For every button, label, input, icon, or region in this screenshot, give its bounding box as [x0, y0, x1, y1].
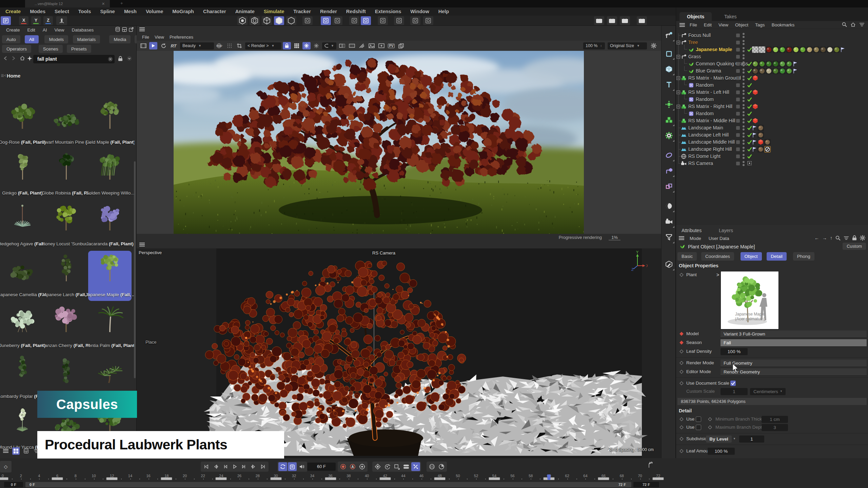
tab-close-icon[interactable]: ✕: [102, 0, 108, 7]
asset-item[interactable]: Hedgehog Agave (Fall...: [1, 200, 44, 250]
object-name[interactable]: Landscape Right Hill: [688, 146, 732, 152]
search-input[interactable]: fall plant: [33, 55, 115, 63]
object-name[interactable]: RS Matrix - Middle Hill: [688, 118, 735, 123]
material-swatch[interactable]: [779, 46, 786, 53]
material-swatch[interactable]: [752, 46, 758, 53]
next-key-button[interactable]: [249, 462, 258, 471]
asset-item[interactable]: Japanese Larch (Fall, Pl...: [44, 251, 88, 301]
visibility-dots[interactable]: [743, 40, 745, 46]
material-tag-icon[interactable]: [757, 132, 764, 138]
render-current-icon[interactable]: [607, 16, 617, 25]
rv-settings-gear-icon[interactable]: [650, 42, 658, 49]
motion-mode-button[interactable]: [428, 462, 436, 471]
deformer-icon[interactable]: [663, 148, 675, 162]
flag-tag-icon[interactable]: [793, 61, 798, 67]
rgb-dropdown[interactable]: RGB: [216, 42, 224, 49]
object-name[interactable]: Common Quaking Grass: [696, 61, 748, 66]
cappuccino-button[interactable]: [437, 462, 446, 471]
material-swatch[interactable]: [766, 61, 772, 67]
object-name[interactable]: Random: [696, 97, 714, 102]
expander-icon[interactable]: −: [676, 41, 680, 44]
visibility-dots[interactable]: [743, 118, 745, 124]
forward-icon[interactable]: [11, 56, 16, 60]
om-home-icon[interactable]: [850, 22, 856, 27]
asset-item[interactable]: Kentia Palm (Fall, Plant): [88, 302, 132, 352]
asset-item[interactable]: Japanese Camellia (Fal...: [1, 251, 44, 301]
menu-volume[interactable]: Volume: [146, 9, 163, 14]
image-add-icon[interactable]: [377, 42, 386, 49]
menu-mograph[interactable]: MoGraph: [172, 9, 194, 14]
filter-operators[interactable]: Operators: [2, 45, 31, 53]
shading-mode-4[interactable]: [286, 16, 296, 25]
material-swatch[interactable]: [827, 46, 833, 53]
plant-preview-thumbnail[interactable]: Japanese Maple(Acer palmatum): [721, 271, 779, 329]
material-swatch[interactable]: [752, 68, 758, 74]
image-icon[interactable]: [368, 42, 376, 49]
object-row[interactable]: −Tree: [676, 39, 868, 46]
zoom-field[interactable]: 100 %↕: [583, 42, 605, 49]
character-gear-icon[interactable]: [302, 16, 313, 25]
visibility-dots[interactable]: [743, 154, 745, 160]
play-icon[interactable]: [149, 42, 157, 49]
edit-pencil-icon[interactable]: [663, 258, 675, 271]
document-tab[interactable]: ...ven@Maple 12: [25, 0, 110, 7]
enabled-check-icon[interactable]: [747, 154, 752, 160]
cube-icon[interactable]: [663, 62, 675, 76]
object-name[interactable]: RS Dome Light: [688, 154, 721, 159]
visibility-dots[interactable]: [743, 54, 745, 60]
array-icon[interactable]: [663, 113, 675, 127]
pass-dropdown[interactable]: Beauty▼: [180, 42, 214, 49]
filter-funnel-icon[interactable]: [663, 230, 675, 244]
object-row[interactable]: Random: [676, 82, 868, 89]
object-name[interactable]: Landscape Left Hill: [688, 132, 729, 138]
object-name[interactable]: RS Matrix - Main Ground: [688, 75, 741, 81]
exp-icon[interactable]: [129, 27, 134, 32]
asset-item[interactable]: Kanzan Cherry (Fall, Pl...: [44, 302, 88, 352]
crop-icon[interactable]: [235, 42, 243, 49]
menu-extensions[interactable]: Extensions: [375, 9, 401, 14]
refresh-icon[interactable]: [159, 42, 167, 49]
enabled-check-icon[interactable]: [747, 89, 752, 96]
visibility-dots[interactable]: [743, 133, 745, 139]
asset-item[interactable]: Dwarf Mountain Pine (...: [44, 98, 88, 148]
edit-state-box[interactable]: [736, 48, 740, 52]
null-object-icon[interactable]: [663, 28, 675, 42]
use-max-branch-checkbox[interactable]: [696, 425, 701, 430]
keyframe-diamond[interactable]: [679, 437, 683, 441]
om-menu-bookmarks[interactable]: Bookmarks: [772, 22, 795, 27]
object-row[interactable]: −RS Matrix - Main Ground: [676, 75, 868, 82]
leaf-amount-field[interactable]: 100 %: [708, 448, 735, 455]
object-name[interactable]: Grass: [688, 54, 701, 59]
filter-models[interactable]: Models: [44, 35, 68, 43]
subdivision-mode-dropdown[interactable]: By Level: [706, 435, 732, 443]
undo-panel-icon[interactable]: [1, 16, 11, 25]
enabled-check-icon[interactable]: [747, 68, 752, 74]
asset-item[interactable]: Honey Locust 'Sunbur...: [44, 200, 88, 250]
keyframe-diamond[interactable]: [679, 417, 683, 421]
min-branch-field[interactable]: 1 cm: [762, 416, 788, 423]
axis-lock-z[interactable]: Z: [43, 16, 53, 25]
breadcrumb[interactable]: Home: [7, 73, 20, 79]
visibility-dots[interactable]: [743, 61, 745, 67]
footer-icon-2[interactable]: [22, 447, 30, 455]
menu-tracker[interactable]: Tracker: [293, 9, 311, 14]
keyframe-diamond[interactable]: [679, 381, 683, 385]
material-swatch[interactable]: [813, 46, 820, 53]
keyframe-diamond[interactable]: [679, 273, 683, 277]
next-frame-button[interactable]: [240, 462, 249, 471]
rv-menu-preferences[interactable]: Preferences: [170, 35, 193, 40]
om-hamburger-icon[interactable]: [679, 23, 685, 27]
viewport-label[interactable]: Perspective: [139, 250, 162, 255]
footer-icon-0[interactable]: [2, 447, 9, 455]
menu-tools[interactable]: Tools: [78, 9, 91, 14]
edit-state-box[interactable]: [736, 90, 740, 94]
visibility-dots[interactable]: [743, 83, 745, 89]
enabled-check-icon[interactable]: [747, 132, 752, 138]
material-swatch[interactable]: [779, 68, 786, 74]
asset-item[interactable]: Japanese Maple (Fall, ...: [88, 251, 132, 301]
edit-state-box[interactable]: [736, 162, 740, 165]
edit-state-box[interactable]: [736, 140, 740, 144]
material-swatch[interactable]: [772, 61, 779, 67]
shading-mode-2[interactable]: [262, 16, 272, 25]
om-menu-file[interactable]: File: [690, 22, 697, 27]
